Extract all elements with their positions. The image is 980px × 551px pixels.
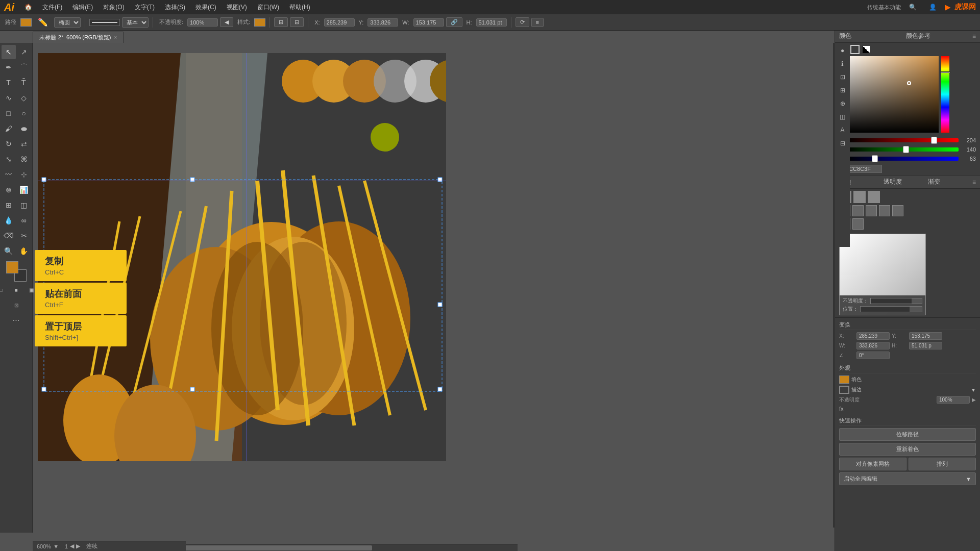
b-slider[interactable] [847,157,959,161]
y-input[interactable] [368,18,398,27]
pi-pathfinder[interactable]: ⊕ [837,98,848,109]
tab-close-btn[interactable]: × [114,35,117,40]
change-screen-mode[interactable]: ⊡ [9,298,23,312]
opacity-arrow[interactable]: ▶ [972,397,976,403]
fill-stroke-toggle[interactable]: ✏️ [34,16,52,28]
stroke-extra-2[interactable] [852,218,864,230]
zoom-tool[interactable]: 🔍 [2,244,16,258]
stroke-panel-menu[interactable]: ≡ [972,179,976,186]
eraser-tool[interactable]: ⌫ [2,229,16,243]
hand-tool[interactable]: ✋ [17,244,31,258]
fill-color-box[interactable] [6,261,18,273]
menu-view[interactable]: 视图(V) [223,2,251,13]
user-icon[interactable]: 👤 [925,3,941,12]
stroke-type-2[interactable] [853,191,866,203]
y-prop-input[interactable] [909,332,942,340]
pen-tool[interactable]: ✒ [2,60,16,74]
gradient-tool[interactable]: ◫ [17,198,31,212]
scissors-tool[interactable]: ✂ [17,229,31,243]
w-input[interactable] [413,18,444,27]
direct-select-tool[interactable]: ↗ [17,45,31,59]
stroke-swatch[interactable] [850,45,860,54]
pi-align[interactable]: ⊞ [837,85,848,96]
reflect-tool[interactable]: ⇄ [17,137,31,151]
pi-info[interactable]: ℹ [837,58,848,69]
fill-color-indicator[interactable] [20,18,32,27]
stroke-color-prop[interactable] [839,386,849,394]
symbol-spray-tool[interactable]: ⊛ [2,183,16,197]
fill-color-prop[interactable] [839,375,849,384]
recolor-btn[interactable]: 重新着色 [839,443,976,456]
zoom-dropdown-icon[interactable]: ▼ [53,543,59,549]
x-prop-input[interactable] [856,332,890,340]
search-icon[interactable]: 🔍 [905,3,921,12]
free-transform-tool[interactable]: ⊹ [17,167,31,182]
more-tools[interactable]: ··· [9,313,23,328]
anchor-tool[interactable]: ◇ [17,91,31,105]
pi-transform[interactable]: ⊡ [837,71,848,83]
hue-slider[interactable] [941,56,949,133]
arrange-icon[interactable]: ≡ [531,18,544,27]
menu-text[interactable]: 文字(T) [131,2,159,13]
align-icon[interactable]: ⊟ [290,17,304,27]
paint-brush-tool[interactable]: 🖌 [2,121,16,136]
pi-color[interactable]: ● [837,45,848,56]
trans-tab[interactable]: 透明度 [884,178,924,186]
style-color-box[interactable] [254,18,265,27]
hex-input[interactable] [846,165,882,173]
pos-bar[interactable] [860,306,922,312]
w-prop-input[interactable] [856,342,890,349]
menu-home[interactable]: 🏠 [20,3,36,12]
opacity-prop-input[interactable] [937,396,970,404]
r-slider[interactable] [847,138,959,142]
paste-front-menu-item[interactable]: 贴在前面 Ctrl+F [35,283,127,314]
view-mode-label[interactable]: 连续 [86,542,97,550]
rect-tool[interactable]: □ [2,106,16,120]
type-tool[interactable]: T [2,76,16,90]
page-nav-right[interactable]: ▶ [76,543,80,549]
g-slider[interactable] [847,147,959,152]
menu-file[interactable]: 文件(F) [38,2,66,13]
path-tool[interactable]: ∿ [2,91,16,105]
stroke-indicator[interactable] [89,19,120,26]
blend-tool[interactable]: ∞ [17,213,31,228]
scale-tool[interactable]: ⤡ [2,152,16,166]
stroke-align-2[interactable] [852,205,864,216]
h-prop-input[interactable] [909,342,942,349]
global-edit-btn[interactable]: 启动全局编辑 ▼ [839,472,976,485]
menu-edit[interactable]: 编辑(E) [68,2,97,13]
page-nav-left[interactable]: ◀ [70,543,74,549]
preview-view[interactable]: ■ [9,283,23,297]
active-tab[interactable]: 未标题-2* 600% (RGB/预览) × [33,32,124,43]
copy-menu-item[interactable]: 复制 Ctrl+C [35,250,127,281]
grad-tab[interactable]: 渐变 [928,178,968,186]
menu-window[interactable]: 窗口(W) [253,2,283,13]
menu-effect[interactable]: 效果(C) [191,2,220,13]
grid-icon[interactable]: ⊞ [274,17,288,27]
type-vertical-tool[interactable]: T̃ [17,76,31,90]
color-gradient-picker[interactable] [839,56,939,133]
arrange-btn[interactable]: 排列 [909,458,976,470]
x-input[interactable] [324,18,355,27]
normal-view[interactable]: □ [0,283,8,297]
opacity-input[interactable] [187,18,218,27]
stroke-type-dropdown[interactable]: 基本 [122,17,149,28]
opacity-arrow-left[interactable]: ◀ [220,17,233,27]
transform-icon[interactable]: ⟳ [516,17,529,27]
bring-to-top-menu-item[interactable]: 置于顶层 Shift+Ctrl+] [35,315,127,346]
menu-help[interactable]: 帮助(H) [285,2,314,13]
stroke-align-4[interactable] [879,205,890,216]
pi-type-icon[interactable]: A [837,124,848,136]
shear-tool[interactable]: ⌘ [17,152,31,166]
pi-layers[interactable]: ◫ [837,111,848,122]
angle-input[interactable] [856,352,890,359]
workspace-mode[interactable]: 传统基本功能 [867,4,901,11]
warp-tool[interactable]: 〰 [2,167,16,182]
opacity-bar[interactable] [870,298,922,304]
column-graph-tool[interactable]: 📊 [17,183,31,197]
stroke-type-3[interactable] [868,191,880,203]
shift-path-btn[interactable]: 位移路径 [839,428,976,441]
shape-dropdown[interactable]: 椭圆 [54,17,81,28]
none-swatch[interactable] [863,46,870,53]
eyedropper-tool[interactable]: 💧 [2,213,16,228]
